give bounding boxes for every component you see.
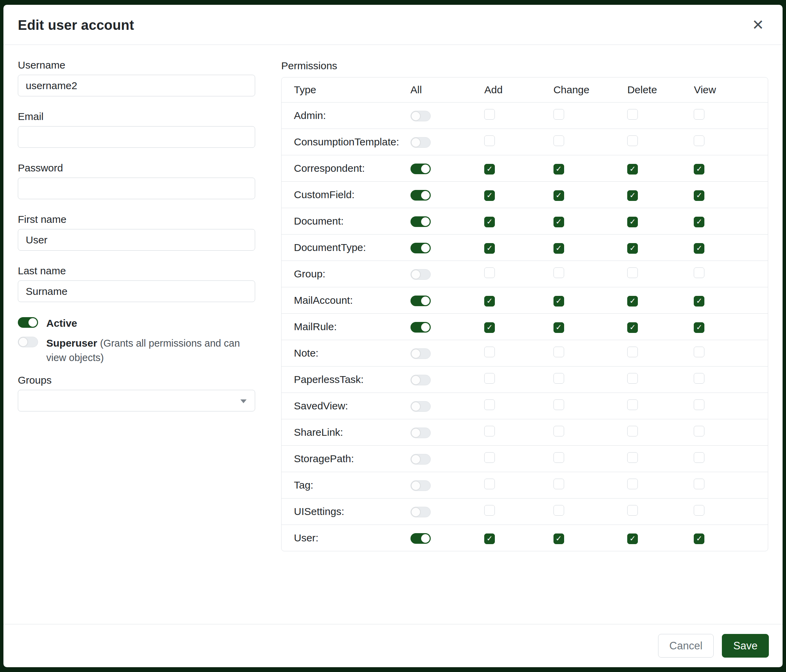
- permission-all-toggle[interactable]: [410, 243, 431, 253]
- permission-view-checkbox[interactable]: ✓: [694, 217, 704, 227]
- permission-delete-checkbox[interactable]: [627, 109, 638, 120]
- permission-all-toggle[interactable]: [410, 480, 431, 491]
- permission-change-checkbox[interactable]: ✓: [553, 322, 564, 333]
- permission-view-checkbox[interactable]: ✓: [694, 243, 704, 254]
- permission-add-checkbox[interactable]: ✓: [484, 164, 495, 174]
- permission-change-checkbox[interactable]: [553, 135, 564, 146]
- permission-add-checkbox[interactable]: [484, 479, 495, 489]
- permission-view-checkbox[interactable]: [694, 479, 704, 489]
- permission-change-checkbox[interactable]: [553, 452, 564, 463]
- permission-all-toggle[interactable]: [410, 295, 431, 306]
- permission-add-checkbox[interactable]: ✓: [484, 534, 495, 544]
- permission-all-toggle[interactable]: [410, 507, 431, 517]
- cancel-button[interactable]: Cancel: [658, 634, 714, 658]
- permission-add-checkbox[interactable]: [484, 267, 495, 278]
- active-toggle[interactable]: [18, 317, 38, 328]
- permission-all-toggle[interactable]: [410, 216, 431, 227]
- chevron-down-icon: [241, 399, 247, 403]
- permission-delete-checkbox[interactable]: ✓: [627, 190, 638, 201]
- first-name-input[interactable]: [18, 229, 255, 251]
- permission-change-checkbox[interactable]: [553, 109, 564, 120]
- password-input[interactable]: [18, 177, 255, 199]
- permission-view-checkbox[interactable]: ✓: [694, 322, 704, 333]
- permission-all-toggle[interactable]: [410, 111, 431, 121]
- permission-change-checkbox[interactable]: ✓: [553, 164, 564, 174]
- permission-row: StoragePath:: [281, 445, 768, 472]
- permission-delete-checkbox[interactable]: [627, 399, 638, 410]
- permission-all-toggle[interactable]: [410, 269, 431, 280]
- permission-delete-checkbox[interactable]: [627, 347, 638, 357]
- permission-all-toggle[interactable]: [410, 401, 431, 412]
- permission-add-checkbox[interactable]: [484, 505, 495, 516]
- email-input[interactable]: [18, 126, 255, 148]
- permission-delete-checkbox[interactable]: ✓: [627, 217, 638, 227]
- first-name-field-group: First name: [18, 214, 255, 251]
- permission-delete-checkbox[interactable]: [627, 135, 638, 146]
- permission-add-checkbox[interactable]: [484, 452, 495, 463]
- permission-view-checkbox[interactable]: [694, 109, 704, 120]
- permission-add-checkbox[interactable]: [484, 373, 495, 384]
- permission-change-checkbox[interactable]: [553, 479, 564, 489]
- permission-change-checkbox[interactable]: ✓: [553, 534, 564, 544]
- permission-delete-checkbox[interactable]: [627, 479, 638, 489]
- permission-all-toggle[interactable]: [410, 533, 431, 544]
- permission-add-checkbox[interactable]: [484, 109, 495, 120]
- permission-add-checkbox[interactable]: [484, 399, 495, 410]
- permission-view-checkbox[interactable]: ✓: [694, 534, 704, 544]
- permission-delete-checkbox[interactable]: [627, 505, 638, 516]
- permission-change-checkbox[interactable]: ✓: [553, 217, 564, 227]
- groups-select[interactable]: [18, 390, 255, 411]
- permission-view-checkbox[interactable]: ✓: [694, 296, 704, 306]
- permission-view-checkbox[interactable]: ✓: [694, 190, 704, 201]
- permission-view-checkbox[interactable]: ✓: [694, 164, 704, 174]
- permission-all-toggle[interactable]: [410, 190, 431, 201]
- permission-change-checkbox[interactable]: [553, 347, 564, 357]
- permission-delete-checkbox[interactable]: ✓: [627, 322, 638, 333]
- permission-change-checkbox[interactable]: [553, 505, 564, 516]
- permission-delete-checkbox[interactable]: ✓: [627, 164, 638, 174]
- permission-add-checkbox[interactable]: ✓: [484, 296, 495, 306]
- last-name-input[interactable]: [18, 281, 255, 302]
- permission-all-toggle[interactable]: [410, 322, 431, 333]
- permission-add-checkbox[interactable]: ✓: [484, 217, 495, 227]
- permission-all-toggle[interactable]: [410, 163, 431, 174]
- permission-add-checkbox[interactable]: ✓: [484, 190, 495, 201]
- permission-view-checkbox[interactable]: [694, 347, 704, 357]
- permission-view-checkbox[interactable]: [694, 426, 704, 436]
- superuser-toggle[interactable]: [18, 337, 38, 347]
- permission-add-checkbox[interactable]: [484, 347, 495, 357]
- permission-delete-checkbox[interactable]: ✓: [627, 296, 638, 306]
- permission-change-checkbox[interactable]: ✓: [553, 243, 564, 254]
- permission-delete-checkbox[interactable]: [627, 452, 638, 463]
- permission-view-checkbox[interactable]: [694, 135, 704, 146]
- permission-all-toggle[interactable]: [410, 349, 431, 359]
- permission-all-toggle[interactable]: [410, 427, 431, 438]
- permission-all-toggle[interactable]: [410, 375, 431, 385]
- permission-add-checkbox[interactable]: [484, 135, 495, 146]
- permission-view-checkbox[interactable]: [694, 399, 704, 410]
- permission-delete-checkbox[interactable]: [627, 426, 638, 436]
- permission-change-checkbox[interactable]: [553, 399, 564, 410]
- permission-delete-checkbox[interactable]: [627, 267, 638, 278]
- permission-change-checkbox[interactable]: [553, 426, 564, 436]
- permission-change-checkbox[interactable]: [553, 373, 564, 384]
- permission-add-checkbox[interactable]: [484, 426, 495, 436]
- close-icon[interactable]: ✕: [748, 16, 767, 34]
- permission-all-toggle[interactable]: [410, 137, 431, 148]
- save-button[interactable]: Save: [722, 634, 769, 658]
- permission-delete-checkbox[interactable]: ✓: [627, 243, 638, 254]
- permission-add-checkbox[interactable]: ✓: [484, 322, 495, 333]
- last-name-field-group: Last name: [18, 265, 255, 302]
- permission-change-checkbox[interactable]: [553, 267, 564, 278]
- permission-add-checkbox[interactable]: ✓: [484, 243, 495, 254]
- permission-all-toggle[interactable]: [410, 454, 431, 465]
- permission-delete-checkbox[interactable]: [627, 373, 638, 384]
- username-input[interactable]: [18, 75, 255, 96]
- permission-change-checkbox[interactable]: ✓: [553, 190, 564, 201]
- permission-delete-checkbox[interactable]: ✓: [627, 534, 638, 544]
- permission-view-checkbox[interactable]: [694, 373, 704, 384]
- permission-view-checkbox[interactable]: [694, 452, 704, 463]
- permission-view-checkbox[interactable]: [694, 267, 704, 278]
- permission-change-checkbox[interactable]: ✓: [553, 296, 564, 306]
- permission-view-checkbox[interactable]: [694, 505, 704, 516]
